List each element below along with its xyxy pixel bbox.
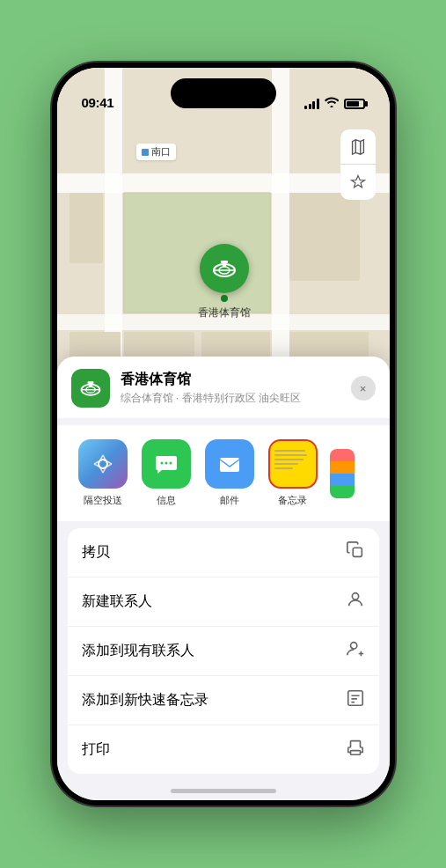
pin-circle — [200, 244, 249, 293]
action-add-contact-label: 添加到现有联系人 — [82, 642, 194, 660]
svg-point-27 — [160, 462, 163, 465]
action-new-contact[interactable]: 新建联系人 — [68, 577, 379, 627]
print-icon — [346, 738, 365, 761]
share-row: 隔空投送 信息 — [57, 425, 390, 521]
status-time: 09:41 — [82, 95, 114, 110]
venue-pin-label: 香港体育馆 — [198, 305, 251, 320]
location-label: 南口 — [136, 143, 176, 160]
svg-rect-38 — [350, 751, 360, 755]
svg-rect-20 — [221, 261, 228, 263]
signal-bars-icon — [304, 99, 319, 109]
status-icons — [304, 97, 365, 110]
svg-rect-7 — [69, 193, 103, 263]
share-messages[interactable]: 信息 — [135, 439, 198, 507]
action-list: 拷贝 新建联系人 — [68, 528, 379, 774]
svg-point-28 — [165, 462, 167, 465]
map-controls — [340, 129, 376, 200]
wifi-icon — [325, 97, 339, 110]
share-notes[interactable]: 备忘录 — [261, 439, 325, 507]
messages-icon — [142, 439, 191, 489]
share-mail[interactable]: 邮件 — [198, 439, 261, 507]
svg-rect-31 — [353, 548, 362, 556]
svg-rect-34 — [347, 691, 362, 706]
mail-label: 邮件 — [220, 494, 239, 507]
venue-pin[interactable]: 香港体育馆 — [198, 244, 251, 320]
action-copy-label: 拷贝 — [82, 543, 110, 562]
messages-label: 信息 — [157, 494, 176, 507]
action-copy[interactable]: 拷贝 — [68, 528, 379, 577]
venue-info: 香港体育馆 综合体育馆 · 香港特别行政区 油尖旺区 — [121, 371, 340, 406]
sheet-header: 香港体育馆 综合体育馆 · 香港特别行政区 油尖旺区 × — [57, 357, 390, 418]
airdrop-icon — [78, 439, 128, 489]
mail-icon — [205, 439, 254, 489]
dynamic-island — [171, 78, 276, 108]
action-quick-note[interactable]: 添加到新快速备忘录 — [68, 676, 379, 725]
share-airdrop[interactable]: 隔空投送 — [71, 439, 135, 507]
action-quick-note-label: 添加到新快速备忘录 — [82, 691, 208, 710]
bottom-sheet: 香港体育馆 综合体育馆 · 香港特别行政区 油尖旺区 × — [57, 357, 390, 800]
phone-screen: 09:41 — [57, 68, 390, 800]
svg-rect-8 — [289, 193, 360, 281]
new-contact-icon — [346, 590, 365, 614]
svg-rect-25 — [87, 381, 93, 384]
venue-desc: 综合体育馆 · 香港特别行政区 油尖旺区 — [121, 391, 340, 406]
notes-label: 备忘录 — [278, 494, 307, 507]
map-type-button[interactable] — [340, 129, 376, 165]
svg-rect-30 — [220, 458, 239, 472]
action-print-label: 打印 — [82, 740, 110, 759]
airdrop-label: 隔空投送 — [84, 494, 122, 507]
close-button[interactable]: × — [351, 376, 376, 401]
battery-icon — [344, 99, 365, 109]
more-icon — [330, 449, 355, 498]
add-contact-icon — [346, 639, 365, 663]
copy-icon — [346, 541, 365, 564]
pin-dot — [221, 295, 228, 302]
venue-icon — [71, 369, 110, 408]
share-more[interactable] — [325, 449, 360, 498]
home-indicator — [171, 789, 276, 793]
location-label-text: 南口 — [151, 145, 171, 158]
action-print[interactable]: 打印 — [68, 725, 379, 774]
location-button[interactable] — [340, 165, 376, 200]
venue-name: 香港体育馆 — [121, 371, 340, 389]
svg-point-32 — [352, 593, 358, 600]
quick-note-icon — [346, 688, 365, 712]
svg-point-29 — [169, 462, 172, 465]
action-add-to-contact[interactable]: 添加到现有联系人 — [68, 627, 379, 676]
notes-icon — [268, 439, 318, 489]
svg-point-33 — [350, 643, 356, 649]
location-dot — [142, 149, 149, 156]
action-new-contact-label: 新建联系人 — [82, 592, 152, 611]
phone-frame: 09:41 — [52, 63, 395, 805]
